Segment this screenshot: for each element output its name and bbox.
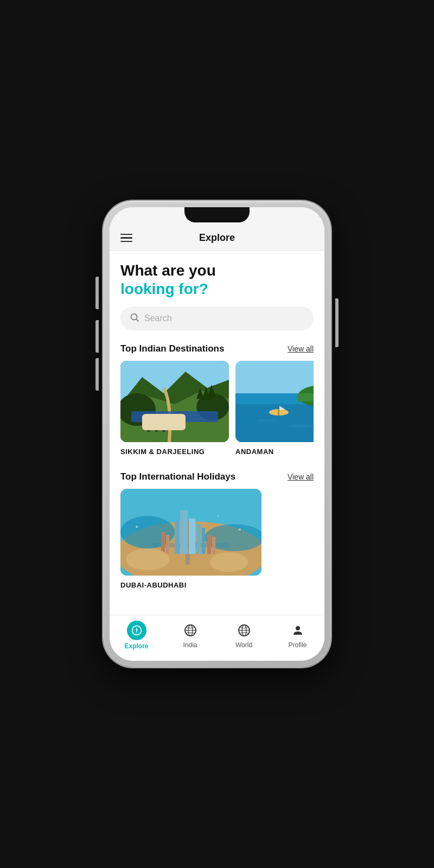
intl-destinations-list: DUBAI-ABUDHABI [120, 489, 314, 592]
compass-icon [127, 621, 146, 640]
svg-point-31 [257, 419, 279, 422]
nav-item-world[interactable]: World [228, 622, 260, 649]
svg-rect-43 [196, 524, 201, 554]
search-icon [130, 313, 139, 324]
page-title: Explore [199, 232, 235, 244]
svg-rect-7 [150, 418, 164, 427]
svg-point-52 [239, 528, 241, 531]
svg-point-51 [136, 526, 138, 528]
dest-card-andaman[interactable]: ANDAMAN [235, 361, 314, 456]
svg-point-49 [126, 548, 169, 570]
svg-rect-11 [153, 426, 157, 429]
indian-destinations-list: SIKKIM & DARJEELING [120, 361, 314, 458]
dest-name-sikkim: SIKKIM & DARJEELING [120, 448, 205, 456]
svg-point-13 [147, 429, 150, 432]
nav-label-world: World [235, 641, 252, 649]
indian-section-header: Top Indian Destinations View all [120, 343, 314, 354]
svg-rect-19 [235, 361, 314, 393]
svg-point-50 [210, 552, 248, 572]
bottom-nav: Explore India [110, 615, 324, 661]
phone-screen: Explore What are you looking for? [110, 207, 324, 661]
svg-point-15 [162, 429, 165, 432]
dest-image-andaman [235, 361, 314, 442]
intl-view-all[interactable]: View all [288, 473, 314, 481]
svg-rect-48 [212, 537, 215, 554]
svg-rect-47 [207, 535, 211, 554]
search-bar[interactable]: Search [120, 307, 314, 330]
nav-item-india[interactable]: India [174, 622, 207, 649]
svg-rect-12 [159, 426, 164, 429]
hero-heading: What are you looking for? [120, 261, 314, 298]
indian-section-title: Top Indian Destinations [120, 343, 224, 354]
phone-frame: Explore What are you looking for? [103, 201, 331, 667]
hero-line2: looking for? [120, 280, 208, 297]
svg-point-53 [218, 515, 219, 517]
sikkim-photo [120, 361, 229, 442]
nav-label-profile: Profile [288, 641, 307, 649]
svg-point-14 [155, 429, 158, 432]
nav-label-explore: Explore [124, 642, 148, 650]
andaman-photo [235, 361, 314, 442]
svg-rect-44 [202, 528, 205, 554]
dest-name-dubai: DUBAI-ABUDHABI [120, 581, 187, 589]
nav-label-india: India [183, 641, 197, 649]
intl-section-title: Top International Holidays [120, 471, 235, 482]
search-placeholder: Search [144, 314, 172, 323]
indian-view-all[interactable]: View all [288, 344, 314, 353]
dest-image-dubai [120, 489, 261, 576]
svg-rect-40 [180, 510, 188, 554]
svg-rect-29 [278, 409, 279, 416]
main-content: What are you looking for? Search [110, 251, 324, 615]
nav-item-profile[interactable]: Profile [282, 622, 314, 649]
svg-point-63 [296, 626, 300, 630]
dubai-photo [120, 489, 261, 576]
app-header: Explore [110, 227, 324, 251]
india-globe-icon [182, 622, 199, 639]
svg-marker-56 [136, 630, 137, 634]
menu-button[interactable] [120, 234, 132, 242]
notch [184, 207, 250, 222]
svg-rect-41 [189, 519, 195, 554]
status-bar [110, 207, 324, 227]
intl-section-header: Top International Holidays View all [120, 471, 314, 482]
svg-rect-9 [145, 425, 175, 430]
dest-name-andaman: ANDAMAN [235, 448, 274, 456]
profile-icon [289, 622, 307, 639]
svg-rect-45 [161, 532, 165, 554]
hero-line1: What are you [120, 262, 216, 279]
svg-point-32 [287, 424, 314, 427]
svg-marker-8 [149, 412, 165, 418]
app-screen: Explore What are you looking for? [110, 207, 324, 661]
dest-card-sikkim[interactable]: SIKKIM & DARJEELING [120, 361, 229, 456]
svg-rect-23 [298, 393, 314, 401]
svg-rect-46 [166, 535, 169, 554]
dest-card-dubai[interactable]: DUBAI-ABUDHABI [120, 489, 261, 590]
svg-rect-42 [175, 521, 180, 554]
dest-image-sikkim [120, 361, 229, 442]
nav-item-explore[interactable]: Explore [120, 621, 153, 650]
world-globe-icon [235, 622, 253, 639]
svg-rect-10 [146, 426, 151, 429]
svg-line-1 [136, 319, 138, 321]
